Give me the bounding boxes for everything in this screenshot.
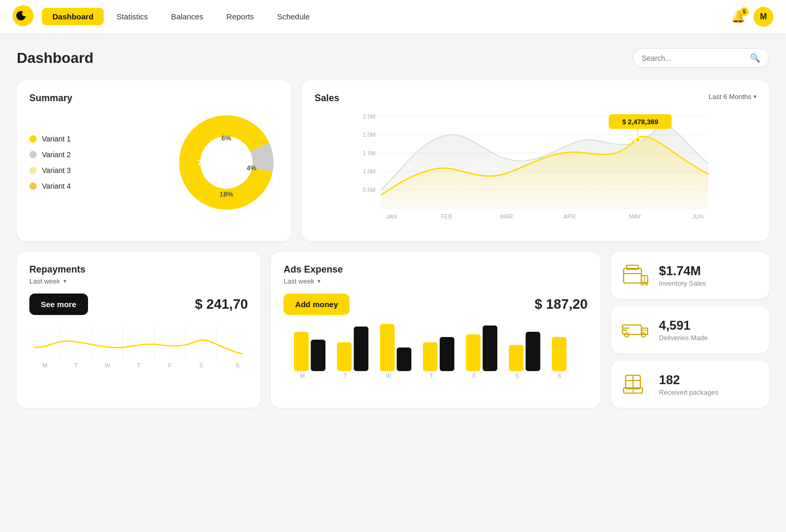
legend-item-4: Variant 4 (29, 182, 71, 190)
svg-text:F: F (168, 362, 172, 368)
sales-header: Sales Last 6 Months ▾ (314, 93, 757, 106)
legend-label-2: Variant 2 (42, 150, 71, 159)
repayments-chart: M T W T F S S (29, 321, 248, 371)
svg-text:W: W (105, 362, 111, 368)
svg-rect-48 (311, 340, 325, 371)
delivery-icon (621, 316, 650, 344)
notification-badge: 5 (740, 7, 749, 16)
logo[interactable] (13, 5, 42, 28)
chevron-down-icon: ▾ (754, 93, 757, 100)
svg-text:M: M (300, 373, 305, 379)
svg-rect-54 (440, 337, 454, 371)
inventory-label: Inventory Sales (659, 279, 706, 287)
stat-card-delivery: 4,591 Deliveries Made (611, 306, 769, 353)
nav-item-dashboard[interactable]: Dashboard (42, 8, 104, 25)
svg-rect-59 (552, 337, 566, 371)
legend-dot-4 (29, 182, 37, 190)
legend-dot-1 (29, 135, 37, 143)
page-header: Dashboard 🔍 (17, 48, 769, 68)
ads-period[interactable]: Last week ▾ (283, 277, 587, 285)
notification-bell[interactable]: 🔔 5 (731, 10, 745, 24)
inventory-icon (621, 261, 650, 289)
chevron-down-icon: ▾ (318, 278, 321, 285)
svg-text:APR: APR (564, 213, 576, 220)
sales-card: Sales Last 6 Months ▾ 2.5M (302, 80, 769, 241)
svg-text:T: T (344, 373, 347, 379)
nav-right: 🔔 5 M (731, 7, 773, 27)
svg-rect-49 (337, 342, 352, 371)
nav-item-balances[interactable]: Balances (160, 8, 214, 25)
svg-rect-52 (397, 348, 411, 371)
svg-text:S: S (516, 373, 519, 379)
legend-item-3: Variant 3 (29, 166, 71, 175)
repayments-amount: $ 241,70 (195, 296, 248, 312)
add-money-button[interactable]: Add money (283, 294, 350, 315)
svg-rect-56 (483, 325, 497, 371)
legend-item-2: Variant 2 (29, 150, 71, 159)
inventory-info: $1.74M Inventory Sales (659, 264, 706, 287)
summary-inner: Variant 1 Variant 2 Variant 3 Variant 4 (29, 110, 279, 215)
chevron-down-icon: ▾ (63, 278, 67, 285)
donut-chart: 6% 4% 18% 72% (174, 110, 279, 215)
package-label: Received packages (659, 388, 718, 396)
svg-text:T: T (74, 362, 78, 368)
svg-text:M: M (42, 362, 47, 368)
sales-title: Sales (314, 93, 339, 104)
ads-title: Ads Expense (283, 264, 587, 275)
legend-label-1: Variant 1 (42, 135, 71, 143)
legend-dot-3 (29, 167, 37, 174)
nav-item-reports[interactable]: Reports (216, 8, 265, 25)
svg-rect-50 (354, 327, 368, 371)
svg-text:2.5M: 2.5M (363, 113, 376, 120)
repayments-period[interactable]: Last week ▾ (29, 277, 248, 285)
sales-chart: 2.5M 2.0M 1.5M 1.0M 0.5M (314, 106, 757, 229)
page-title: Dashboard (17, 50, 93, 67)
svg-text:MAY: MAY (629, 213, 642, 220)
nav-items: Dashboard Statistics Balances Reports Sc… (42, 8, 731, 25)
legend-label-4: Variant 4 (42, 182, 71, 190)
svg-point-2 (22, 11, 27, 16)
svg-rect-57 (509, 345, 523, 371)
nav-item-schedule[interactable]: Schedule (267, 8, 321, 25)
ads-card: Ads Expense Last week ▾ Add money $ 187,… (271, 252, 600, 408)
svg-text:JUN: JUN (693, 213, 704, 220)
svg-text:72%: 72% (198, 158, 213, 167)
legend-dot-2 (29, 151, 37, 158)
summary-title: Summary (29, 93, 279, 104)
svg-text:18%: 18% (220, 190, 233, 198)
search-input[interactable] (642, 54, 746, 62)
legend-item-1: Variant 1 (29, 135, 71, 143)
sales-filter-btn[interactable]: Last 6 Months ▾ (708, 93, 757, 101)
avatar[interactable]: M (754, 7, 773, 27)
svg-text:S: S (199, 362, 203, 368)
delivery-label: Deliveries Made (659, 334, 708, 342)
repay-row: See more $ 241,70 (29, 294, 248, 315)
bottom-grid: Repayments Last week ▾ See more $ 241,70 (17, 252, 769, 408)
navbar: Dashboard Statistics Balances Reports Sc… (0, 0, 786, 34)
svg-text:F: F (473, 373, 476, 379)
ads-row: Add money $ 187,20 (283, 294, 587, 315)
svg-text:2.0M: 2.0M (363, 132, 376, 138)
see-more-button[interactable]: See more (29, 294, 88, 315)
ads-chart: M T W T F S S (283, 321, 587, 381)
package-info: 182 Received packages (659, 373, 718, 396)
svg-rect-47 (294, 332, 309, 371)
repayments-title: Repayments (29, 264, 248, 275)
svg-rect-53 (423, 342, 438, 371)
summary-card: Summary Variant 1 Variant 2 Variant 3 (17, 80, 291, 241)
svg-text:S: S (558, 373, 561, 379)
inventory-value: $1.74M (659, 264, 706, 278)
package-icon (621, 370, 650, 398)
svg-rect-67 (624, 268, 641, 283)
svg-text:6%: 6% (222, 134, 232, 142)
svg-rect-51 (380, 324, 395, 371)
ads-amount: $ 187,20 (534, 296, 587, 312)
legend-label-3: Variant 3 (42, 166, 71, 175)
stat-card-packages: 182 Received packages (611, 361, 769, 408)
svg-text:1.5M: 1.5M (363, 150, 376, 156)
svg-text:JAN: JAN (386, 213, 397, 220)
svg-text:0.5M: 0.5M (363, 187, 376, 193)
nav-item-statistics[interactable]: Statistics (106, 8, 158, 25)
search-icon: 🔍 (750, 53, 760, 63)
main-content: Dashboard 🔍 Summary Variant 1 Variant 2 (0, 34, 786, 422)
